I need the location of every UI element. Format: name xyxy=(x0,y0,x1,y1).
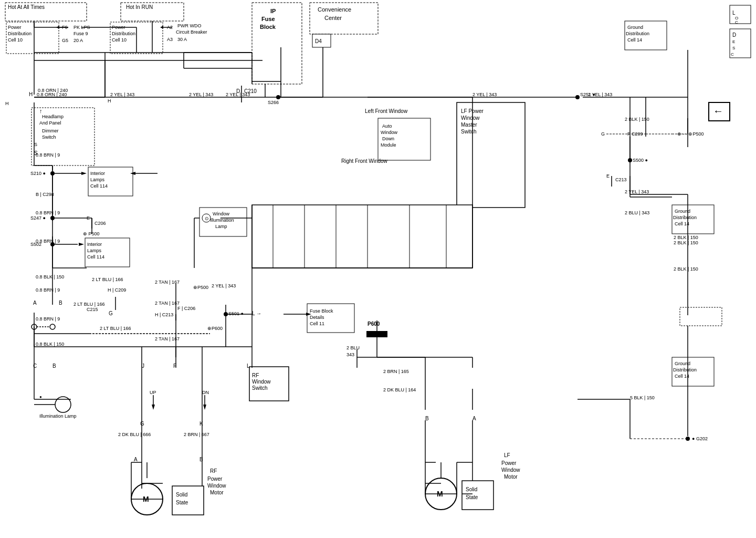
svg-text:B | C298: B | C298 xyxy=(36,192,54,197)
svg-text:PWR WDO: PWR WDO xyxy=(177,23,202,28)
svg-text:A: A xyxy=(33,300,37,306)
svg-text:H: H xyxy=(108,98,111,104)
svg-text:L →: L → xyxy=(252,311,261,316)
svg-text:H | C213: H | C213 xyxy=(155,312,173,317)
svg-text:0.8 ORN | 240: 0.8 ORN | 240 xyxy=(37,92,67,97)
svg-text:0.8 BRN | 9: 0.8 BRN | 9 xyxy=(36,239,60,244)
svg-text:5 BLK | 150: 5 BLK | 150 xyxy=(630,395,655,400)
svg-text:S210 ●: S210 ● xyxy=(30,171,46,176)
svg-text:Cell 10: Cell 10 xyxy=(112,37,127,43)
svg-text:C215: C215 xyxy=(87,307,98,312)
svg-text:Module: Module xyxy=(381,142,396,148)
svg-text:2 YEL | 343: 2 YEL | 343 xyxy=(110,92,134,97)
svg-text:A3: A3 xyxy=(167,37,173,42)
svg-text:2 YEL | 343: 2 YEL | 343 xyxy=(226,92,250,97)
svg-text:And Panel: And Panel xyxy=(39,120,61,126)
svg-text:RF: RF xyxy=(210,468,217,474)
svg-text:0.8 BLK | 150: 0.8 BLK | 150 xyxy=(36,274,64,280)
svg-text:Solid: Solid xyxy=(466,487,477,492)
svg-text:C206: C206 xyxy=(94,221,106,226)
svg-text:Illumination Lamp: Illumination Lamp xyxy=(39,413,77,419)
svg-text:Cell 114: Cell 114 xyxy=(90,183,108,189)
svg-text:G5: G5 xyxy=(62,38,68,43)
diagram-svg: Hot At All Times Hot In RUN IP Fuse Bloc… xyxy=(0,0,756,538)
svg-text:H: H xyxy=(29,91,33,97)
svg-text:↑: ↑ xyxy=(39,108,43,114)
svg-text:2 LT BLU | 166: 2 LT BLU | 166 xyxy=(92,277,123,282)
svg-text:Convenience: Convenience xyxy=(318,6,351,13)
svg-text:Window: Window xyxy=(381,130,398,135)
svg-text:Switch: Switch xyxy=(461,129,476,134)
svg-text:Switch: Switch xyxy=(252,385,267,391)
svg-text:Circuit Breaker: Circuit Breaker xyxy=(176,29,207,35)
svg-text:Window: Window xyxy=(213,211,230,216)
svg-text:Cell 14: Cell 14 xyxy=(627,37,642,43)
svg-text:2 TAN | 167: 2 TAN | 167 xyxy=(155,301,180,306)
svg-text:2 YEL | 343: 2 YEL | 343 xyxy=(212,283,236,288)
svg-text:P600: P600 xyxy=(368,321,380,327)
svg-text:2 YEL | 343: 2 YEL | 343 xyxy=(189,92,213,97)
svg-text:⊕ P500: ⊕ P500 xyxy=(83,231,100,236)
svg-text:Power: Power xyxy=(501,460,517,466)
svg-text:2 LT BLU | 166: 2 LT BLU | 166 xyxy=(100,326,131,331)
svg-text:0.8 BRN | 9: 0.8 BRN | 9 xyxy=(36,316,60,322)
svg-text:←: ← xyxy=(713,105,723,117)
svg-text:H: H xyxy=(5,101,9,106)
svg-rect-0 xyxy=(0,0,756,538)
svg-text:C: C xyxy=(735,20,738,25)
svg-text:Center: Center xyxy=(324,15,342,21)
svg-text:● G202: ● G202 xyxy=(692,436,708,441)
svg-text:2 YEL | 343: 2 YEL | 343 xyxy=(588,92,612,97)
svg-text:2 BLK | 150: 2 BLK | 150 xyxy=(674,235,698,240)
svg-text:Block: Block xyxy=(260,24,276,30)
svg-text:0.8 BRN | 9: 0.8 BRN | 9 xyxy=(36,287,60,293)
svg-text:Power: Power xyxy=(207,476,223,482)
svg-text:Fuse 9: Fuse 9 xyxy=(74,31,88,36)
svg-text:⊕P600: ⊕P600 xyxy=(207,326,223,331)
svg-text:2 BLU | 343: 2 BLU | 343 xyxy=(625,210,649,215)
svg-text:A: A xyxy=(472,416,476,421)
svg-text:Window: Window xyxy=(501,467,520,473)
svg-text:Cell 11: Cell 11 xyxy=(310,321,324,326)
svg-text:D: D xyxy=(732,32,736,38)
svg-text:Hot In RUN: Hot In RUN xyxy=(126,4,153,10)
svg-text:G: G xyxy=(601,131,605,137)
svg-text:Ground: Ground xyxy=(627,25,643,30)
svg-text:0.8 BRN | 9: 0.8 BRN | 9 xyxy=(36,152,60,158)
svg-text:S247 ●: S247 ● xyxy=(30,215,46,221)
svg-text:Distribution: Distribution xyxy=(673,367,697,373)
svg-text:UP: UP xyxy=(150,390,156,395)
svg-text:S: S xyxy=(732,46,735,50)
svg-text:RF: RF xyxy=(252,373,259,378)
svg-text:⊕P500: ⊕P500 xyxy=(193,285,208,290)
svg-text:S266: S266 xyxy=(268,100,279,105)
svg-text:IP: IP xyxy=(270,8,276,14)
svg-rect-155 xyxy=(252,205,472,268)
svg-text:2 BLU: 2 BLU xyxy=(346,345,360,350)
svg-text:L: L xyxy=(732,10,736,16)
svg-text:Cell 14: Cell 14 xyxy=(675,374,689,379)
svg-text:G: G xyxy=(109,311,113,316)
svg-text:2 LT BLU | 166: 2 LT BLU | 166 xyxy=(74,302,105,307)
svg-text:S: S xyxy=(34,142,37,147)
svg-text:2 BLK | 150: 2 BLK | 150 xyxy=(674,266,698,272)
svg-text:●: ● xyxy=(39,395,42,399)
svg-text:20 A: 20 A xyxy=(74,38,83,43)
svg-rect-269 xyxy=(680,307,722,326)
svg-text:E: E xyxy=(732,39,735,44)
svg-text:Fuse: Fuse xyxy=(261,16,275,22)
svg-text:Window: Window xyxy=(461,115,480,121)
svg-text:Distribution: Distribution xyxy=(626,31,649,36)
svg-text:B: B xyxy=(425,416,429,421)
svg-text:S: S xyxy=(34,150,38,156)
svg-text:Cell 14: Cell 14 xyxy=(675,221,689,226)
svg-text:Power: Power xyxy=(8,25,22,30)
svg-text:C: C xyxy=(33,363,37,369)
svg-text:F | C206: F | C206 xyxy=(177,306,195,311)
svg-text:D4: D4 xyxy=(315,38,322,44)
svg-text:LF: LF xyxy=(504,452,510,458)
svg-rect-207 xyxy=(366,331,387,337)
svg-text:2 DK BLU | 164: 2 DK BLU | 164 xyxy=(383,387,416,392)
svg-text:G: G xyxy=(140,421,144,427)
svg-text:Details: Details xyxy=(310,315,324,320)
